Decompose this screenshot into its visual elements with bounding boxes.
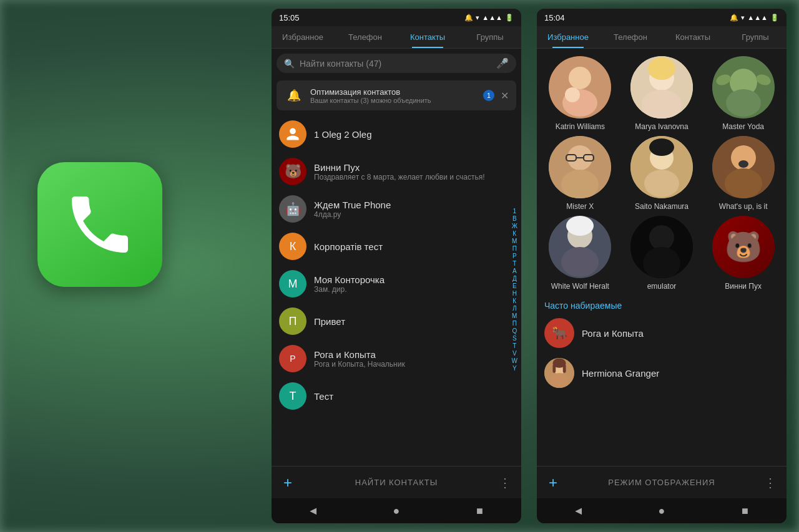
alpha-char[interactable]: Е	[511, 283, 519, 289]
alpha-char[interactable]: Н	[511, 290, 519, 297]
contact-item[interactable]: П Привет	[272, 302, 521, 340]
frequent-item-hermione[interactable]: Hermiona Granger	[537, 353, 787, 393]
notification-content: Оптимизация контактов Ваши контакты (3) …	[310, 87, 477, 104]
alpha-char[interactable]: Q	[511, 327, 519, 334]
svg-point-1	[569, 67, 591, 89]
fav-item-whatsup[interactable]: What's up, is it	[705, 136, 782, 211]
left-tab-bar: Избранное Телефон Контакты Группы	[272, 26, 521, 49]
alpha-char[interactable]: В	[511, 215, 519, 222]
alpha-char[interactable]: М	[511, 238, 519, 244]
alpha-char[interactable]: Y	[511, 365, 519, 372]
home-button[interactable]: ●	[384, 505, 409, 518]
alpha-char[interactable]: 1	[511, 208, 519, 215]
alpha-char[interactable]: W	[511, 357, 519, 364]
alpha-char[interactable]: К	[511, 297, 519, 304]
fav-item-saito[interactable]: Saito Nakamura	[624, 136, 700, 211]
fav-item-emulator[interactable]: emulator	[624, 216, 700, 291]
contact-item[interactable]: Т Тест	[272, 377, 521, 415]
left-bottom-bar: + НАЙТИ КОНТАКТЫ ⋮	[272, 466, 521, 498]
display-mode-button[interactable]: РЕЖИМ ОТОБРАЖЕНИЯ	[569, 478, 754, 487]
svg-point-25	[725, 168, 762, 198]
left-search-bar[interactable]: 🔍 Найти контакты (47) 🎤	[277, 54, 516, 73]
svg-point-36	[551, 373, 569, 388]
freq-avatar-hermione	[544, 358, 574, 388]
fav-item-katrin[interactable]: Katrin Williams	[542, 56, 619, 131]
notification-close-button[interactable]: ✕	[501, 90, 509, 102]
fav-name-katrin: Katrin Williams	[556, 122, 605, 131]
alpha-char[interactable]: Д	[511, 275, 519, 282]
alpha-char[interactable]: П	[511, 245, 519, 252]
left-battery-icon: 🔋	[505, 14, 514, 22]
contact-info: Тест	[314, 391, 514, 402]
contact-item[interactable]: Р Рога и Копыта Рога и Копыта, Начальник	[272, 340, 521, 377]
contact-item[interactable]: 🐻 Винни Пух Поздравляет с 8 марта, желае…	[272, 153, 521, 190]
right-tab-groups[interactable]: Группы	[724, 26, 787, 48]
right-recent-button[interactable]: ■	[732, 505, 757, 518]
notification-banner: 🔔 Оптимизация контактов Ваши контакты (3…	[277, 80, 516, 110]
fav-item-misterx[interactable]: Mister X	[542, 136, 619, 211]
notification-badge: 1	[483, 90, 494, 101]
fav-item-yoda[interactable]: Master Yoda	[705, 56, 782, 131]
back-button[interactable]: ◄	[301, 505, 326, 518]
svg-point-22	[649, 138, 674, 156]
avatar: 🐻	[279, 158, 306, 185]
right-tab-contacts[interactable]: Контакты	[662, 26, 724, 48]
recent-button[interactable]: ■	[467, 505, 492, 518]
fav-name-whitewolf: White Wolf Heralt	[551, 282, 609, 291]
find-contacts-button[interactable]: НАЙТИ КОНТАКТЫ	[304, 478, 489, 487]
fav-item-marya[interactable]: Marya Ivanovna	[624, 56, 700, 131]
alpha-char[interactable]: Л	[511, 305, 519, 312]
contact-item[interactable]: 1 Oleg 2 Oleg	[272, 115, 521, 153]
contact-item[interactable]: К Корпоратів тест	[272, 228, 521, 265]
add-contact-button[interactable]: +	[272, 474, 304, 491]
left-tab-contacts[interactable]: Контакты	[396, 26, 459, 48]
alpha-char[interactable]: S	[511, 335, 519, 342]
right-add-button[interactable]: +	[537, 474, 569, 491]
fav-item-vinni[interactable]: 🐻 Винни Пух	[705, 216, 782, 291]
left-nav-bar: ◄ ● ■	[272, 498, 521, 523]
avatar: Р	[279, 345, 306, 372]
fav-name-whatsup: What's up, is it	[719, 202, 768, 211]
avatar: 🤖	[279, 195, 306, 223]
fav-item-whitewolf[interactable]: White Wolf Heralt	[542, 216, 619, 291]
alpha-char[interactable]: Ж	[511, 223, 519, 230]
left-tab-phone[interactable]: Телефон	[334, 26, 396, 48]
right-tab-phone[interactable]: Телефон	[599, 26, 662, 48]
alpha-char[interactable]: М	[511, 312, 519, 319]
fav-avatar-saito	[630, 136, 693, 198]
contact-item[interactable]: 🤖 Ждем True Phone 4лда.ру	[272, 190, 521, 228]
more-options-button[interactable]: ⋮	[489, 475, 521, 490]
fav-name-emulator: emulator	[647, 282, 677, 291]
right-tab-bar: Избранное Телефон Контакты Группы	[537, 26, 787, 49]
alpha-char[interactable]: Т	[511, 260, 519, 267]
right-tab-favorites[interactable]: Избранное	[537, 26, 599, 48]
left-tab-favorites[interactable]: Избранное	[272, 26, 334, 48]
contact-item[interactable]: М Моя Конторочка Зам. дир.	[272, 265, 521, 302]
alpha-char[interactable]: V	[511, 350, 519, 357]
alpha-char[interactable]: Т	[511, 342, 519, 349]
frequent-item-roga[interactable]: 🐂 Рога и Копыта	[537, 313, 787, 353]
contact-name: Корпоратів тест	[314, 241, 514, 252]
alpha-index[interactable]: 1 В Ж К М П Р Т А Д Е Н К Л М П Q S Т V …	[511, 113, 519, 466]
contact-name: Тест	[314, 391, 514, 402]
right-time: 15:04	[544, 13, 565, 22]
right-more-options-button[interactable]: ⋮	[754, 475, 787, 490]
svg-point-26	[738, 160, 748, 168]
alpha-char[interactable]: П	[511, 320, 519, 327]
fav-avatar-katrin	[549, 56, 611, 118]
left-wifi-icon: ▾	[476, 14, 479, 22]
notification-subtitle: Ваши контакты (3) можно объединить	[310, 97, 477, 104]
avatar	[279, 120, 306, 148]
right-notification-icon: 🔔	[730, 14, 738, 22]
alpha-char[interactable]: К	[511, 230, 519, 237]
left-tab-groups[interactable]: Группы	[459, 26, 521, 48]
alpha-char[interactable]: А	[511, 268, 519, 274]
right-content: Katrin Williams Marya Ivanovna	[537, 49, 787, 466]
mic-icon[interactable]: 🎤	[496, 57, 509, 69]
right-home-button[interactable]: ●	[649, 505, 674, 518]
contact-info: Привет	[314, 316, 514, 327]
avatar: Т	[279, 382, 306, 410]
right-screen: 15:04 🔔 ▾ ▲▲▲ 🔋 Избранное Телефон Контак…	[537, 9, 787, 523]
right-back-button[interactable]: ◄	[566, 505, 591, 518]
alpha-char[interactable]: Р	[511, 253, 519, 259]
